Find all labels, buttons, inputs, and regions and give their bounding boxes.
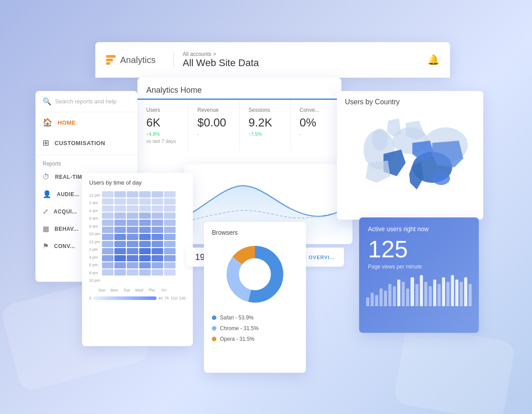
heatmap-cell-3-9 [139,255,151,261]
mini-bar-22 [464,277,467,306]
metric-conv-change: - [300,131,332,137]
analytics-title: Analytics [120,55,156,65]
heatmap-cell-4-3 [152,213,163,219]
heatmap-cell-1-10 [114,262,126,268]
metric-sessions-value: 9.2K [249,116,282,130]
logo-bar-3 [106,62,110,65]
sidebar-item-home[interactable]: 🏠 HOME [35,112,137,133]
mini-bar-17 [442,277,445,306]
customisation-icon: ⊞ [43,138,49,148]
heatmap-cell-2-10 [127,262,138,268]
metric-users-value: 6K [146,116,179,130]
sidebar-divider [35,155,137,155]
mini-bar-6 [393,286,396,306]
active-users-sub: Page views per minute [359,263,479,275]
behaviour-icon: ▦ [43,225,49,233]
heatmap-cell-0-7 [102,241,113,247]
country-card: Users by Country [337,91,483,220]
heatmap-cell-4-8 [152,248,163,254]
metric-sessions: Sessions 9.2K ↑7.5% [240,100,291,151]
bg-decoration-2 [393,324,516,414]
heatmap-cell-4-5 [152,227,163,233]
metric-conv-value: 0% [300,116,332,130]
svg-point-9 [239,259,270,290]
heatmap-cell-5-10 [164,262,176,268]
heatmap-cell-3-0 [139,191,151,197]
metric-users-change: ↑4.8% [146,131,179,137]
metric-conv-label: Conve... [300,107,332,113]
heatmap-col-3 [139,191,151,284]
heatmap-cell-5-0 [164,191,176,197]
heatmap-cell-5-2 [164,205,176,212]
audience-label: AUDIE... [57,191,79,197]
search-icon: 🔍 [43,97,51,106]
heatmap-cell-1-6 [114,234,126,240]
conversions-icon: ⚑ [43,242,49,250]
heatmap-cell-0-10 [102,262,113,268]
heatmap-cell-4-1 [152,198,163,205]
chrome-label: Chrome - 31.5% [220,325,258,331]
mini-bar-21 [460,282,463,306]
acquisition-icon: ⤢ [43,207,48,216]
heatmap-cell-3-7 [139,241,151,247]
metric-revenue-value: $0.00 [197,116,230,130]
metric-users-label: Users [146,107,179,113]
customisation-label: CUSTOMISATION [55,140,105,146]
mini-bar-23 [469,284,472,306]
heatmap-cell-5-1 [164,198,176,205]
heatmap-cell-3-4 [139,220,151,226]
mini-bar-10 [411,277,414,306]
browser-chrome: Chrome - 31.5% [212,323,298,334]
heatmap-legend: 5 40 75 110 145 [82,294,193,304]
active-users-title: Active users right now [359,217,479,235]
conversions-label: CONV... [54,243,75,249]
heatmap-cell-0-3 [102,213,113,219]
heatmap-cell-1-3 [114,213,126,219]
heatmap-cell-4-6 [152,234,163,240]
metric-sessions-change: ↑7.5% [249,131,282,137]
header-divider [173,52,174,68]
heatmap-cell-4-7 [152,241,163,247]
realtime-icon: ⏱ [43,173,50,181]
heatmap-col-5 [164,191,176,284]
heatmap-body: 12 pm 2 am 4 am 6 am 8 am 10 am 12 pm 2 … [82,189,193,286]
heatmap-cell-2-4 [127,220,138,226]
heatmap-cell-0-5 [102,227,113,233]
active-users-chart [359,275,479,306]
safari-dot [212,315,216,320]
audience-num-1: 19 [195,252,205,262]
svg-point-4 [372,129,388,151]
browser-opera: Opera - 31.5% [212,334,298,344]
svg-point-5 [432,172,450,185]
mini-bar-19 [451,275,454,306]
heatmap-col-2 [127,191,138,284]
notifications-bell[interactable]: 🔔 [427,54,439,66]
logo-bar-1 [106,55,116,58]
sidebar-item-customisation[interactable]: ⊞ CUSTOMISATION [35,133,137,153]
heatmap-cell-0-8 [102,248,113,254]
chrome-dot [212,326,216,331]
heatmap-cell-0-0 [102,191,113,197]
browsers-card: Browsers Safari - 53.9% Chrome - 31.5% O… [204,222,306,373]
metric-sessions-label: Sessions [249,107,282,113]
breadcrumb-parent[interactable]: All accounts > [183,51,259,57]
heatmap-cell-3-8 [139,248,151,254]
analytics-home-title: Analytics Home [137,78,341,100]
heatmap-cell-4-9 [152,255,163,261]
acquisition-label: ACQUI... [54,209,77,215]
heatmap-cell-2-2 [127,205,138,212]
heatmap-col-1 [114,191,126,284]
mini-bar-15 [433,280,436,306]
heatmap-cell-3-6 [139,234,151,240]
sidebar-search[interactable]: 🔍 Search reports and help [35,91,137,112]
heatmap-cell-3-2 [139,205,151,212]
heatmap-cell-5-5 [164,227,176,233]
mini-bar-3 [379,288,383,306]
mini-bar-0 [366,297,369,306]
mini-bar-20 [455,280,458,306]
heatmap-cell-4-0 [152,191,163,197]
heatmap-cell-1-4 [114,220,126,226]
heatmap-cell-4-11 [152,269,163,276]
reports-section-label: Reports [35,157,137,169]
breadcrumb: All accounts > All Web Site Data [183,51,259,69]
